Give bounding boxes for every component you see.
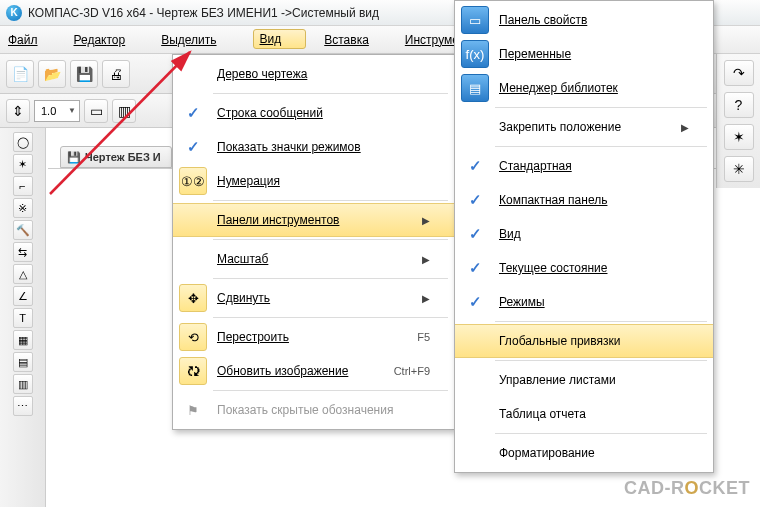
sm-global-snaps[interactable]: Глобальные привязки <box>455 324 713 358</box>
mi-scale[interactable]: Масштаб▶ <box>173 242 454 276</box>
mi-mode-icons[interactable]: ✓Показать значки режимов <box>173 130 454 164</box>
sm-lib-manager[interactable]: ▤Менеджер библиотек <box>455 71 713 105</box>
sheets-button[interactable]: ▥ <box>112 99 136 123</box>
tool-param-icon[interactable]: ⇆ <box>13 242 33 262</box>
rt-arrow-icon[interactable]: ↷ <box>724 60 754 86</box>
tool-bom-icon[interactable]: ▥ <box>13 374 33 394</box>
menu-view[interactable]: Вид <box>253 29 307 49</box>
tool-annotate-icon[interactable]: ⌐ <box>13 176 33 196</box>
submenu-arrow-icon: ▶ <box>422 293 430 304</box>
tool-geometry-icon[interactable]: ◯ <box>13 132 33 152</box>
sm-view[interactable]: ✓Вид <box>455 217 713 251</box>
right-toolbar: ↷ ? ✶ ✳ <box>716 54 760 188</box>
rt-snap1-icon[interactable]: ✶ <box>724 124 754 150</box>
mi-rebuild[interactable]: ⟲ПерестроитьF5 <box>173 320 454 354</box>
tool-grid-icon[interactable]: ▤ <box>13 352 33 372</box>
check-icon: ✓ <box>461 157 489 175</box>
scale-combo[interactable]: 1.0 <box>34 100 80 122</box>
sm-compact[interactable]: ✓Компактная панель <box>455 183 713 217</box>
sm-standard[interactable]: ✓Стандартная <box>455 149 713 183</box>
tool-table-icon[interactable]: ▦ <box>13 330 33 350</box>
submenu-arrow-icon: ▶ <box>422 254 430 265</box>
menu-file[interactable]: Файл <box>8 33 56 47</box>
mi-messages[interactable]: ✓Строка сообщений <box>173 96 454 130</box>
tool-measure-icon[interactable]: △ <box>13 264 33 284</box>
mi-move[interactable]: ✥Сдвинуть▶ <box>173 281 454 315</box>
check-icon: ✓ <box>179 104 207 122</box>
rt-snap2-icon[interactable]: ✳ <box>724 156 754 182</box>
sm-state[interactable]: ✓Текущее состояние <box>455 251 713 285</box>
sm-modes[interactable]: ✓Режимы <box>455 285 713 319</box>
open-button[interactable]: 📂 <box>38 60 66 88</box>
doc-icon: 💾 <box>67 151 81 164</box>
mi-toolbars[interactable]: Панели инструментов▶ <box>173 203 454 237</box>
tool-line-icon[interactable]: ∠ <box>13 286 33 306</box>
sm-pin[interactable]: Закрепить положение▶ <box>455 110 713 144</box>
tool-dims-icon[interactable]: ✶ <box>13 154 33 174</box>
sm-prop-panel[interactable]: ▭Панель свойств <box>455 3 713 37</box>
check-icon: ✓ <box>461 259 489 277</box>
menu-insert[interactable]: Вставка <box>324 33 387 47</box>
check-icon: ✓ <box>461 191 489 209</box>
mi-hidden: ⚑Показать скрытые обозначения <box>173 393 454 427</box>
doc-tab-label: Чертеж БЕЗ И <box>85 151 161 163</box>
hidden-icon: ⚑ <box>179 396 207 424</box>
move-icon: ✥ <box>179 284 207 312</box>
refresh-icon: 🗘 <box>179 357 207 385</box>
check-icon: ✓ <box>179 138 207 156</box>
submenu-arrow-icon: ▶ <box>681 122 689 133</box>
menu-select[interactable]: Выделить <box>161 33 234 47</box>
rt-help-icon[interactable]: ? <box>724 92 754 118</box>
submenu-arrow-icon: ▶ <box>422 215 430 226</box>
mi-numbering[interactable]: ①②Нумерация <box>173 164 454 198</box>
tool-edit-icon[interactable]: 🔨 <box>13 220 33 240</box>
sm-variables[interactable]: f(x)Переменные <box>455 37 713 71</box>
tool-more-icon[interactable]: ⋯ <box>13 396 33 416</box>
pages-button[interactable]: ▭ <box>84 99 108 123</box>
check-icon: ✓ <box>461 293 489 311</box>
app-logo-icon: K <box>6 5 22 21</box>
toolbars-submenu[interactable]: ▭Панель свойств f(x)Переменные ▤Менеджер… <box>454 0 714 473</box>
tool-text-icon[interactable]: T <box>13 308 33 328</box>
view-menu-dropdown[interactable]: Дерево чертежа ✓Строка сообщений ✓Показа… <box>172 54 455 430</box>
mi-tree[interactable]: Дерево чертежа <box>173 57 454 91</box>
lib-icon: ▤ <box>461 74 489 102</box>
sm-formatting[interactable]: Форматирование <box>455 436 713 470</box>
anchor-button[interactable]: ⇕ <box>6 99 30 123</box>
new-button[interactable]: 📄 <box>6 60 34 88</box>
print-button[interactable]: 🖨 <box>102 60 130 88</box>
save-button[interactable]: 💾 <box>70 60 98 88</box>
document-tab[interactable]: 💾 Чертеж БЕЗ И <box>60 146 172 168</box>
check-icon: ✓ <box>461 225 489 243</box>
fx-icon: f(x) <box>461 40 489 68</box>
numbering-icon: ①② <box>179 167 207 195</box>
sm-report[interactable]: Таблица отчета <box>455 397 713 431</box>
mi-refresh[interactable]: 🗘Обновить изображениеCtrl+F9 <box>173 354 454 388</box>
tool-hatch-icon[interactable]: ※ <box>13 198 33 218</box>
window-title: КОМПАС-3D V16 x64 - Чертеж БЕЗ ИМЕНИ1 ->… <box>28 6 379 20</box>
menu-editor[interactable]: Редактор <box>74 33 144 47</box>
sm-sheets[interactable]: Управление листами <box>455 363 713 397</box>
left-toolbar: ◯ ✶ ⌐ ※ 🔨 ⇆ △ ∠ T ▦ ▤ ▥ ⋯ <box>0 128 46 507</box>
scale-value: 1.0 <box>41 105 56 117</box>
panel-icon: ▭ <box>461 6 489 34</box>
rebuild-icon: ⟲ <box>179 323 207 351</box>
